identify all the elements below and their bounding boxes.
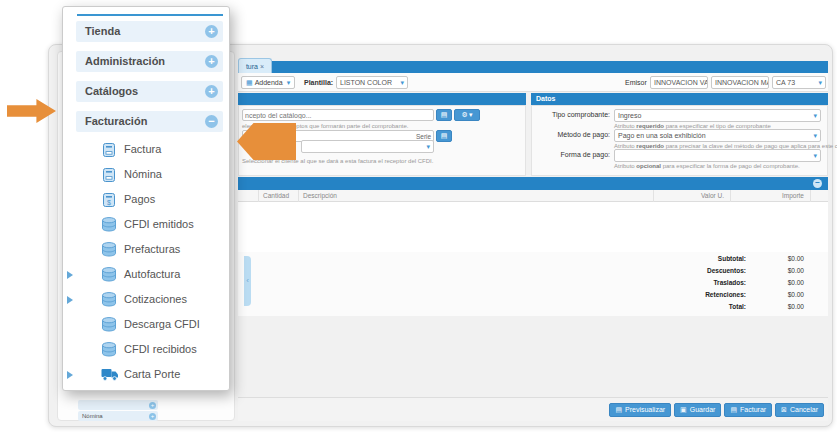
- document-dollar-icon: $: [101, 192, 118, 209]
- table-body-empty[interactable]: [238, 202, 828, 253]
- menu-item-carta-porte[interactable]: Carta Porte: [63, 363, 229, 388]
- previsualizar-button[interactable]: ▤ Previsualizar: [609, 403, 671, 417]
- column-cantidad[interactable]: Cantidad: [263, 192, 289, 199]
- addenda-button[interactable]: ▦ Addenda ▾: [241, 76, 295, 89]
- document-icon: ▤: [441, 111, 448, 119]
- descuentos-value: $0.00: [788, 267, 804, 274]
- tipo-comprobante-label: Tipo comprobante:: [534, 111, 610, 118]
- svg-text:$: $: [107, 199, 111, 206]
- facturar-button[interactable]: ▤ Facturar: [724, 403, 772, 417]
- cancelar-button[interactable]: ⊠ Cancelar: [775, 403, 824, 417]
- close-icon[interactable]: ×: [260, 63, 264, 70]
- sidebar-item-nomina[interactable]: Nómina +: [78, 411, 158, 421]
- forma-pago-select[interactable]: ▾: [614, 149, 821, 162]
- serie-select[interactable]: ▾: [301, 140, 434, 153]
- conceptos-section-bar: [238, 93, 526, 105]
- expand-plus-icon[interactable]: +: [205, 85, 218, 98]
- sidebar-collapse-handle[interactable]: ‹: [244, 256, 251, 306]
- menu-item-cfdi-emitidos[interactable]: CFDI emitidos: [63, 213, 229, 238]
- emisor-select-2[interactable]: INNOVACION MATRIZ ▾: [711, 76, 769, 89]
- column-valor-u[interactable]: Valor U.: [658, 192, 724, 199]
- menu-item-nomina[interactable]: Nómina: [63, 163, 229, 188]
- metodo-pago-select[interactable]: Pago en una sola exhibición ▾: [614, 129, 821, 142]
- menu-item-label: Carta Porte: [124, 368, 180, 380]
- collapse-minus-icon[interactable]: −: [813, 179, 822, 188]
- tipo-comprobante-value: Ingreso: [618, 112, 641, 119]
- menu-item-label: Cotizaciones: [124, 293, 187, 305]
- metodo-pago-label: Método de pago:: [534, 131, 610, 138]
- menu-item-label: Pagos: [124, 193, 155, 205]
- section-label: Tienda: [85, 21, 120, 42]
- retenciones-label: Retenciones:: [705, 291, 746, 298]
- grid-icon: ▦: [246, 79, 253, 87]
- expand-plus-icon[interactable]: +: [149, 413, 156, 420]
- menu-item-pagos[interactable]: $ Pagos: [63, 188, 229, 213]
- tab-factura[interactable]: tura ×: [238, 58, 272, 73]
- cliente-catalog-button[interactable]: ▤: [436, 130, 452, 142]
- datos-section-title: Datos: [536, 95, 555, 102]
- expand-arrow-icon[interactable]: [67, 271, 73, 279]
- chevron-down-icon: ▾: [400, 79, 404, 87]
- sidebar-item-hidden[interactable]: +: [78, 400, 158, 410]
- menu-item-descarga-cfdi[interactable]: Descarga CFDI: [63, 313, 229, 338]
- column-descripcion[interactable]: Descripción: [303, 192, 337, 199]
- menu-item-factura[interactable]: Factura: [63, 138, 229, 163]
- document-icon: [101, 167, 118, 184]
- screenshot-stage: + Nómina + tura × ▦ Addenda ▾ Plantilla:…: [0, 0, 837, 432]
- column-divider: [730, 190, 731, 202]
- chevron-left-icon: ‹: [246, 276, 249, 285]
- menu-item-cotizaciones[interactable]: Cotizaciones: [63, 288, 229, 313]
- tipo-comprobante-select[interactable]: Ingreso ▾: [614, 109, 821, 122]
- document-icon: ▤: [615, 406, 622, 414]
- menu-section-catalogos[interactable]: Catálogos +: [76, 81, 223, 102]
- collapse-minus-icon[interactable]: −: [205, 115, 218, 128]
- document-icon: [101, 142, 118, 159]
- column-divider: [653, 190, 654, 202]
- database-icon: [101, 217, 118, 234]
- menu-item-prefacturas[interactable]: Prefacturas: [63, 238, 229, 263]
- column-importe[interactable]: Importe: [738, 192, 804, 199]
- expand-plus-icon[interactable]: +: [205, 55, 218, 68]
- concepto-settings-button[interactable]: ⚙ ▾: [454, 109, 480, 121]
- chevron-down-icon: ▾: [287, 79, 291, 87]
- database-icon: [101, 342, 118, 359]
- emisor-select-1[interactable]: INNOVACION VALOR ▾: [650, 76, 708, 89]
- cancelar-label: Cancelar: [790, 406, 818, 413]
- previsualizar-label: Previsualizar: [625, 406, 665, 413]
- concepto-catalog-button[interactable]: ▤: [436, 109, 452, 121]
- descuentos-label: Descuentos:: [707, 267, 746, 274]
- menu-section-tienda[interactable]: Tienda +: [76, 21, 223, 42]
- total-row-retenciones: Retenciones: $0.00: [238, 291, 828, 302]
- chevron-down-icon: ▾: [426, 143, 430, 151]
- subtotal-value: $0.00: [788, 255, 804, 262]
- retenciones-value: $0.00: [788, 291, 804, 298]
- help-key: opcional: [636, 163, 661, 169]
- total-value: $0.00: [788, 303, 804, 310]
- column-divider: [298, 190, 299, 202]
- menu-item-label: Factura: [124, 143, 161, 155]
- menu-item-cfdi-recibidos[interactable]: CFDI recibidos: [63, 338, 229, 363]
- menu-section-administracion[interactable]: Administración +: [76, 51, 223, 72]
- expand-arrow-icon[interactable]: [67, 296, 73, 304]
- menu-item-autofactura[interactable]: Autofactura: [63, 263, 229, 288]
- menu-section-facturacion[interactable]: Facturación −: [76, 111, 223, 132]
- guardar-button[interactable]: ▣ Guardar: [674, 403, 721, 417]
- menu-item-label: Prefacturas: [124, 243, 180, 255]
- emisor-select-3[interactable]: CA 73 ▾: [772, 76, 826, 89]
- expand-plus-icon[interactable]: +: [205, 25, 218, 38]
- column-divider: [810, 190, 811, 202]
- datos-panel: Tipo comprobante: Ingreso ▾ Atributo req…: [531, 105, 828, 176]
- chevron-down-icon: ▾: [813, 152, 817, 160]
- datos-section-bar: Datos: [531, 93, 828, 105]
- menu-item-label: CFDI recibidos: [124, 343, 197, 355]
- plantilla-select[interactable]: LISTON COLOR ▾: [336, 76, 408, 89]
- guardar-label: Guardar: [690, 406, 716, 413]
- document-icon: ▤: [730, 406, 737, 414]
- table-section-bar: −: [238, 177, 828, 190]
- concepto-search-input[interactable]: [242, 109, 434, 121]
- expand-plus-icon[interactable]: +: [149, 402, 156, 409]
- expand-arrow-icon[interactable]: [67, 371, 73, 379]
- total-row-subtotal: Subtotal: $0.00: [238, 255, 828, 266]
- total-row-total: Total: $0.00: [238, 303, 828, 314]
- menu-item-label: Nómina: [124, 168, 162, 180]
